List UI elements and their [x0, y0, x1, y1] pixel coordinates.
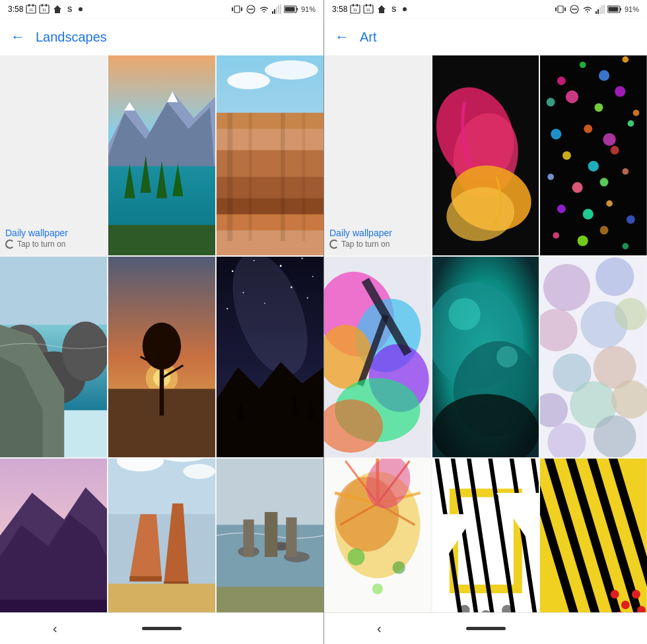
svg-point-138	[599, 70, 609, 80]
svg-point-157	[583, 209, 594, 220]
status-bar-right: 3:58 31 31 S	[324, 0, 647, 18]
nav-back-left[interactable]: ‹	[53, 621, 57, 636]
svg-rect-13	[241, 7, 242, 11]
art-img-4[interactable]	[432, 257, 539, 457]
refresh-icon-left	[5, 240, 15, 249]
svg-rect-43	[227, 113, 232, 241]
back-button-right[interactable]: ←	[335, 28, 349, 46]
daily-wallpaper-cell-right[interactable]: Daily wallpaper Tap to turn on	[324, 55, 431, 255]
svg-point-153	[572, 182, 583, 193]
time-left: 3:58	[8, 5, 23, 14]
svg-point-144	[633, 110, 640, 116]
art-mid-row	[324, 257, 647, 457]
svg-point-162	[600, 226, 609, 234]
svg-point-160	[553, 232, 560, 239]
art-img-8[interactable]	[540, 459, 647, 612]
calendar-icon-left: 31	[26, 4, 36, 15]
tap-to-turn-left[interactable]: Tap to turn on	[5, 240, 102, 249]
daily-wallpaper-label-right: Daily wallpaper	[329, 228, 426, 238]
landscape-img-4[interactable]	[108, 257, 215, 457]
svg-rect-117	[555, 7, 557, 11]
mid-row-landscapes	[0, 257, 324, 457]
refresh-icon-right	[329, 240, 339, 249]
landscape-img-7[interactable]	[108, 459, 215, 612]
svg-rect-102	[265, 512, 277, 557]
svg-rect-135	[540, 55, 647, 255]
svg-point-159	[627, 215, 635, 224]
svg-text:31: 31	[29, 8, 34, 12]
svg-point-141	[566, 90, 578, 103]
svg-rect-116	[558, 6, 563, 13]
svg-point-151	[611, 146, 619, 154]
svg-rect-22	[296, 8, 298, 11]
wifi-icon-left	[259, 5, 269, 14]
svg-point-203	[348, 548, 365, 565]
landscape-img-2[interactable]	[217, 55, 324, 255]
home-indicator-right[interactable]	[466, 627, 506, 630]
svg-rect-118	[564, 7, 566, 11]
svg-point-145	[551, 129, 561, 139]
svg-rect-128	[608, 7, 618, 12]
svg-rect-17	[274, 9, 275, 14]
home-icon-left	[52, 4, 63, 15]
app-bar-right: ← Art	[324, 18, 647, 55]
svg-point-136	[557, 77, 566, 85]
art-img-2[interactable]	[540, 55, 647, 255]
signal-icon-right	[596, 5, 605, 14]
svg-point-143	[615, 86, 625, 97]
svg-rect-19	[278, 5, 279, 14]
svg-point-48	[265, 60, 318, 79]
svg-rect-106	[353, 4, 354, 7]
svg-rect-101	[244, 519, 254, 557]
svg-point-156	[557, 205, 566, 213]
svg-point-54	[62, 322, 107, 382]
svg-text:S: S	[392, 5, 396, 13]
landscape-img-8[interactable]	[217, 459, 324, 612]
svg-point-68	[280, 265, 282, 267]
s-icon-left: S	[65, 4, 76, 15]
content-area-right: Daily wallpaper Tap to turn on	[324, 55, 647, 612]
art-img-7[interactable]	[432, 459, 539, 612]
svg-rect-46	[302, 113, 306, 241]
svg-point-66	[232, 271, 234, 273]
svg-point-184	[615, 298, 647, 331]
svg-rect-45	[281, 113, 285, 241]
svg-point-161	[578, 236, 588, 246]
svg-rect-23	[285, 7, 294, 12]
svg-point-70	[312, 276, 314, 278]
tap-to-turn-right[interactable]: Tap to turn on	[329, 240, 426, 249]
art-img-5[interactable]	[540, 257, 647, 457]
art-img-1[interactable]	[432, 55, 539, 255]
svg-point-155	[623, 168, 629, 175]
svg-point-69	[301, 258, 302, 259]
svg-rect-121	[596, 11, 597, 14]
battery-pct-right: 91%	[625, 5, 639, 13]
svg-rect-2	[32, 4, 34, 7]
home-indicator-left[interactable]	[142, 627, 182, 630]
home-icon-right	[376, 4, 387, 15]
status-bar-left: 3:58 31 31 S	[0, 0, 324, 18]
bottom-nav-right: ‹	[324, 612, 647, 644]
dot-left	[79, 7, 83, 11]
landscape-img-6[interactable]	[0, 459, 107, 612]
svg-point-177	[448, 298, 481, 331]
art-img-3[interactable]	[324, 257, 431, 457]
landscape-img-5[interactable]	[217, 257, 324, 457]
svg-point-89	[183, 464, 215, 479]
tap-label-right: Tap to turn on	[341, 240, 390, 249]
nav-back-right[interactable]: ‹	[377, 621, 382, 636]
calendar2-icon-right: 31	[363, 4, 374, 15]
svg-rect-50	[0, 257, 107, 325]
daily-wallpaper-label-left: Daily wallpaper	[5, 228, 102, 238]
svg-point-225	[611, 590, 619, 598]
art-img-6[interactable]	[324, 459, 431, 612]
svg-marker-8	[53, 5, 61, 13]
landscape-img-1[interactable]	[108, 55, 215, 255]
back-button-left[interactable]: ←	[11, 28, 25, 46]
landscape-img-3[interactable]	[0, 257, 107, 457]
svg-rect-84	[0, 600, 107, 612]
daily-wallpaper-cell-left[interactable]: Daily wallpaper Tap to turn on	[0, 55, 107, 255]
svg-point-137	[580, 61, 586, 68]
svg-rect-122	[597, 9, 599, 14]
svg-point-191	[594, 416, 636, 457]
